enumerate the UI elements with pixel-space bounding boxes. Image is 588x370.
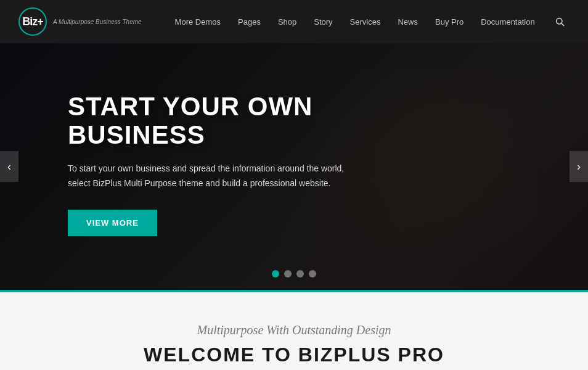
nav-shop[interactable]: Shop: [269, 0, 305, 43]
nav-services[interactable]: Services: [341, 0, 390, 43]
hero-dots: [272, 270, 316, 278]
svg-line-1: [561, 23, 564, 26]
hero-title: START YOUR OWN BUSINESS: [68, 92, 370, 149]
nav-documentation[interactable]: Documentation: [472, 0, 543, 43]
hero-dot-4[interactable]: [309, 270, 316, 278]
hero-dot-1[interactable]: [272, 270, 279, 278]
hero-description: To start your own business and spread th…: [68, 162, 364, 191]
hero-dot-2[interactable]: [284, 270, 292, 278]
logo-text: Biz+: [22, 15, 43, 28]
welcome-section: Multipurpose With Outstanding Design WEL…: [0, 292, 588, 370]
hero-next-button[interactable]: ›: [570, 151, 588, 182]
welcome-title: WELCOME TO BIZPLUS PRO: [12, 343, 576, 366]
search-icon[interactable]: [550, 0, 570, 43]
hero-cta-button[interactable]: VIEW MORE: [68, 210, 157, 236]
site-header: Biz+ A Multipurpose Business Theme More …: [0, 0, 588, 43]
hero-prev-button[interactable]: ‹: [0, 151, 18, 182]
nav-buy-pro[interactable]: Buy Pro: [427, 0, 472, 43]
nav-news[interactable]: News: [389, 0, 427, 43]
hero-content: START YOUR OWN BUSINESS To start your ow…: [0, 43, 370, 236]
logo: Biz+ A Multipurpose Business Theme: [18, 7, 142, 36]
main-nav: More Demos Pages Shop Story Services New…: [166, 0, 550, 43]
hero-dot-3[interactable]: [296, 270, 304, 278]
nav-story[interactable]: Story: [305, 0, 341, 43]
logo-icon: Biz+: [18, 7, 47, 36]
nav-more-demos[interactable]: More Demos: [166, 0, 229, 43]
logo-tagline: A Multipurpose Business Theme: [53, 18, 142, 25]
hero-section: START YOUR OWN BUSINESS To start your ow…: [0, 43, 588, 290]
nav-pages[interactable]: Pages: [229, 0, 269, 43]
welcome-subtitle: Multipurpose With Outstanding Design: [12, 323, 576, 337]
